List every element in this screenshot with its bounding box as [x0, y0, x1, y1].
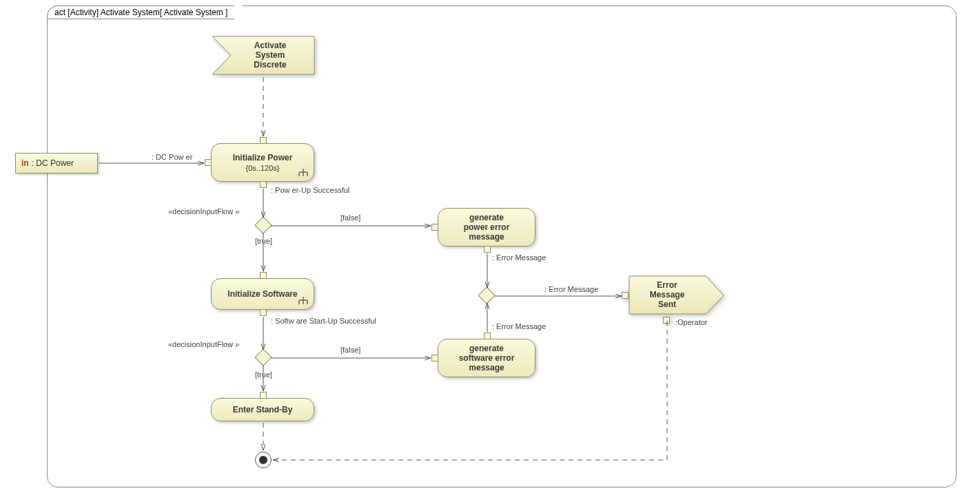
- activity-diagram-frame: [47, 6, 957, 487]
- pin-send-signal-in: [622, 292, 629, 299]
- pin-gen-sw-err-out: [484, 333, 491, 339]
- edge-label-error-msg-1: : Error Message: [492, 253, 546, 262]
- initialize-power-title: Initialize Power: [233, 153, 293, 162]
- diagram-header: act [Activity] Activate System[ Activate…: [47, 6, 235, 19]
- activity-enter-standby: Enter Stand-By: [211, 398, 314, 421]
- edge-label-dc-power: : DC Pow er: [152, 153, 192, 161]
- activity-final-node: [255, 452, 272, 468]
- gen-sw-err-l1: generate: [469, 344, 504, 353]
- subactivity-rake-icon: [298, 169, 308, 177]
- gen-power-err-l3: message: [469, 232, 504, 242]
- stereotype-decision-input-flow-1: «decisionInputFlow »: [168, 207, 239, 216]
- subactivity-rake-icon: [298, 297, 308, 305]
- pin-init-sw-out: [260, 309, 267, 316]
- pin-send-signal-out: [663, 317, 670, 324]
- edge-label-powerup-successful: : Pow er-Up Successful: [271, 186, 349, 194]
- edge-label-error-msg-out: : Error Message: [544, 285, 598, 293]
- accept-event-activate-system-discrete: Activate System Discrete: [212, 36, 315, 80]
- send-signal-l2: Message: [650, 290, 685, 300]
- activity-initialize-software: Initialize Software: [211, 278, 314, 310]
- gen-power-err-l2: power error: [464, 222, 510, 232]
- pin-init-power-in: [205, 159, 212, 166]
- pin-gen-power-err-out: [484, 246, 491, 253]
- accept-event-line3: Discrete: [254, 60, 287, 70]
- activity-generate-software-error: generate software error message: [438, 339, 535, 377]
- gen-power-err-l1: generate: [469, 213, 504, 222]
- param-keyword-in: in: [21, 158, 29, 168]
- guard-false-1: [false]: [340, 213, 360, 222]
- stereotype-decision-input-flow-2: «decisionInputFlow »: [168, 340, 239, 348]
- pin-init-sw-top: [260, 272, 267, 279]
- accept-event-line1: Activate: [254, 41, 287, 50]
- activity-parameter-in-dc-power: in : DC Power: [15, 153, 98, 174]
- accept-event-line2: System: [256, 50, 285, 60]
- initialize-software-title: Initialize Software: [227, 289, 297, 299]
- edge-label-operator: :Operator: [675, 318, 707, 326]
- pin-gen-power-err-in: [431, 224, 438, 231]
- param-type-dc-power: : DC Power: [32, 158, 74, 168]
- gen-sw-err-l2: software error: [459, 353, 515, 363]
- activity-generate-power-error: generate power error message: [438, 208, 535, 246]
- edge-label-error-msg-2: : Error Message: [492, 322, 546, 330]
- gen-sw-err-l3: message: [469, 363, 504, 372]
- pin-standby-in: [260, 392, 267, 399]
- enter-standby-title: Enter Stand-By: [233, 405, 293, 414]
- pin-gen-sw-err-in: [431, 355, 438, 361]
- merge-node-errors: [480, 289, 493, 302]
- send-signal-l3: Sent: [658, 300, 676, 309]
- guard-true-1: [true]: [255, 237, 272, 245]
- send-signal-l1: Error: [657, 280, 677, 290]
- edge-label-sw-startup-successful: : Softw are Start-Up Successful: [271, 317, 376, 325]
- diagram-canvas: act [Activity] Activate System[ Activate…: [0, 0, 980, 504]
- pin-init-power-out: [260, 181, 267, 188]
- activity-initialize-power: Initialize Power {0s..120s}: [211, 143, 314, 182]
- decision-node-1: [257, 219, 269, 231]
- pin-init-power-top: [260, 137, 267, 144]
- initialize-power-constraint: {0s..120s}: [246, 164, 280, 172]
- decision-node-2: [257, 351, 269, 364]
- guard-true-2: [true]: [255, 370, 272, 379]
- send-signal-error-message-sent: Error Message Sent: [629, 275, 725, 318]
- diagram-header-text: act [Activity] Activate System[ Activate…: [54, 8, 227, 17]
- guard-false-2: [false]: [340, 346, 360, 354]
